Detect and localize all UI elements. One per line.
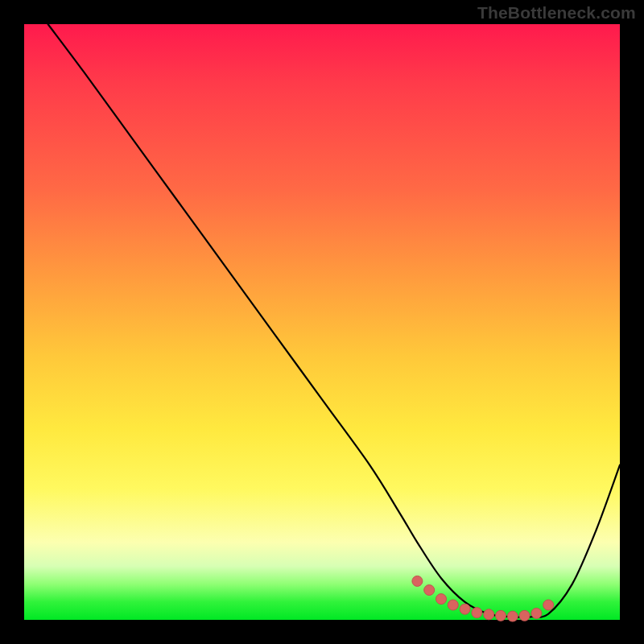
- trough-marker: [519, 610, 530, 621]
- trough-marker: [436, 594, 447, 605]
- trough-marker: [412, 576, 423, 586]
- trough-marker: [472, 608, 482, 618]
- watermark-text: TheBottleneck.com: [477, 3, 636, 23]
- trough-markers-group: [412, 576, 554, 621]
- trough-marker: [424, 585, 435, 596]
- trough-marker: [484, 609, 494, 620]
- plot-area: [24, 24, 620, 620]
- trough-marker: [460, 604, 470, 614]
- trough-marker: [448, 600, 458, 610]
- trough-marker: [496, 610, 506, 621]
- chart-svg: [24, 24, 620, 620]
- chart-frame: TheBottleneck.com: [0, 0, 644, 644]
- trough-marker: [531, 608, 542, 618]
- trough-marker: [543, 600, 554, 610]
- bottleneck-curve: [48, 24, 620, 617]
- trough-marker: [507, 611, 518, 621]
